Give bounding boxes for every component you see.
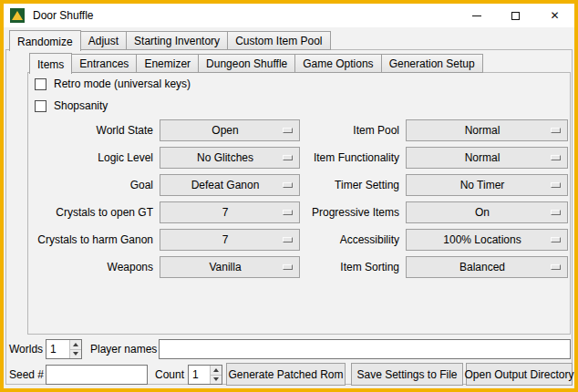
close-icon: ✕ [550,10,559,21]
item-functionality-value: Normal [465,151,501,164]
logic-level-value: No Glitches [197,151,253,164]
worlds-spin-up[interactable] [70,340,81,349]
player-names-input[interactable] [159,339,571,359]
shopsanity-row: Shopsanity [35,98,108,113]
spinner-up-icon [213,368,219,372]
crystals-ganon-dropdown[interactable]: 7 [160,229,300,251]
window-controls: ✕ [457,4,574,27]
tab-starting-inventory[interactable]: Starting Inventory [126,31,228,50]
logic-level-label: Logic Level [31,147,153,169]
goal-value: Defeat Ganon [191,179,260,191]
world-state-dropdown[interactable]: Open [160,119,300,141]
spinner-up-icon [73,343,78,346]
retro-mode-row: Retro mode (universal keys) [35,77,191,91]
tab-adjust[interactable]: Adjust [80,31,127,50]
retro-mode-checkbox[interactable] [35,78,46,90]
tab-custom-item-pool[interactable]: Custom Item Pool [227,31,330,50]
subtab-dungeon-shuffle[interactable]: Dungeon Shuffle [198,54,295,73]
door-shuffle-window: Door Shuffle ✕ Randomize Adjust Starting… [0,0,578,392]
subtab-items[interactable]: Items [29,53,72,74]
count-spin-buttons [210,366,222,384]
tab-randomize[interactable]: Randomize [9,30,81,51]
main-tab-bar: Randomize Adjust Starting Inventory Cust… [9,30,330,50]
weapons-value: Vanilla [209,261,241,273]
timer-setting-label: Timer Setting [306,174,399,196]
crystals-gt-dropdown[interactable]: 7 [160,201,300,223]
dropdown-indicator-icon [283,128,293,133]
item-sorting-value: Balanced [459,261,505,273]
item-sorting-label: Item Sorting [306,256,399,278]
player-names-label: Player names [90,339,157,359]
seed-label: Seed # [9,364,44,386]
dropdown-indicator-icon [283,182,293,188]
accessibility-label: Accessibility [306,229,399,251]
dropdown-indicator-icon [551,182,561,188]
subtab-generation-setup[interactable]: Generation Setup [381,54,483,73]
accessibility-dropdown[interactable]: 100% Locations [406,229,568,251]
item-functionality-dropdown[interactable]: Normal [406,147,568,169]
item-pool-dropdown[interactable]: Normal [406,119,568,141]
spinner-down-icon [73,352,78,356]
progressive-items-value: On [475,206,490,219]
progressive-items-label: Progressive Items [306,201,399,223]
subtab-enemizer[interactable]: Enemizer [136,54,199,73]
window-title: Door Shuffle [33,9,94,22]
timer-setting-value: No Timer [460,179,505,191]
worlds-spinbox [46,339,82,359]
worlds-spin-down[interactable] [70,349,81,359]
crystals-gt-value: 7 [222,206,229,219]
shopsanity-checkbox[interactable] [35,100,46,112]
sub-tab-bar: Items Entrances Enemizer Dungeon Shuffle… [29,53,482,73]
dropdown-indicator-icon [283,210,293,215]
titlebar: Door Shuffle ✕ [4,4,574,27]
progressive-items-dropdown[interactable]: On [406,201,568,223]
shopsanity-label: Shopsanity [54,99,108,112]
close-button[interactable]: ✕ [535,4,574,27]
weapons-label: Weapons [31,256,153,278]
item-pool-value: Normal [465,124,501,137]
dropdown-indicator-icon [551,210,561,215]
world-state-label: World State [31,119,153,141]
timer-setting-dropdown[interactable]: No Timer [406,174,568,196]
subtab-game-options[interactable]: Game Options [294,54,381,73]
goal-label: Goal [31,174,153,196]
generate-patched-rom-button[interactable]: Generate Patched Rom [226,363,346,386]
worlds-input[interactable] [46,340,69,358]
maximize-icon [511,12,520,20]
item-functionality-label: Item Functionality [306,147,399,169]
crystals-ganon-value: 7 [222,233,229,246]
crystals-gt-label: Crystals to open GT [31,201,153,223]
options-grid: World State Open Item Pool Normal Logic … [31,119,562,278]
spinner-down-icon [213,377,219,381]
worlds-label: Worlds [9,339,43,359]
goal-dropdown[interactable]: Defeat Ganon [160,174,300,196]
count-label: Count [155,364,184,386]
count-spin-down[interactable] [211,375,222,385]
item-sorting-dropdown[interactable]: Balanced [406,256,568,278]
worlds-spin-buttons [69,340,81,358]
world-state-value: Open [212,124,238,137]
dropdown-indicator-icon [283,155,293,160]
app-icon [10,8,25,23]
maximize-button[interactable] [496,4,535,27]
save-settings-button[interactable]: Save Settings to File [351,363,463,386]
minimize-icon [472,15,481,16]
item-pool-label: Item Pool [306,119,399,141]
minimize-button[interactable] [457,4,496,27]
accessibility-value: 100% Locations [443,233,521,246]
count-spin-up[interactable] [211,366,222,375]
seed-input[interactable] [46,365,148,385]
open-output-directory-button[interactable]: Open Output Directory [466,363,573,386]
dropdown-indicator-icon [283,237,293,242]
dropdown-indicator-icon [551,155,561,160]
logic-level-dropdown[interactable]: No Glitches [160,147,300,169]
dropdown-indicator-icon [283,264,293,270]
count-spinbox [188,365,222,385]
subtab-entrances[interactable]: Entrances [71,54,137,73]
dropdown-indicator-icon [551,128,561,133]
crystals-ganon-label: Crystals to harm Ganon [31,229,153,251]
dropdown-indicator-icon [551,264,561,270]
weapons-dropdown[interactable]: Vanilla [160,256,300,278]
retro-mode-label: Retro mode (universal keys) [54,77,191,90]
count-input[interactable] [189,366,210,384]
